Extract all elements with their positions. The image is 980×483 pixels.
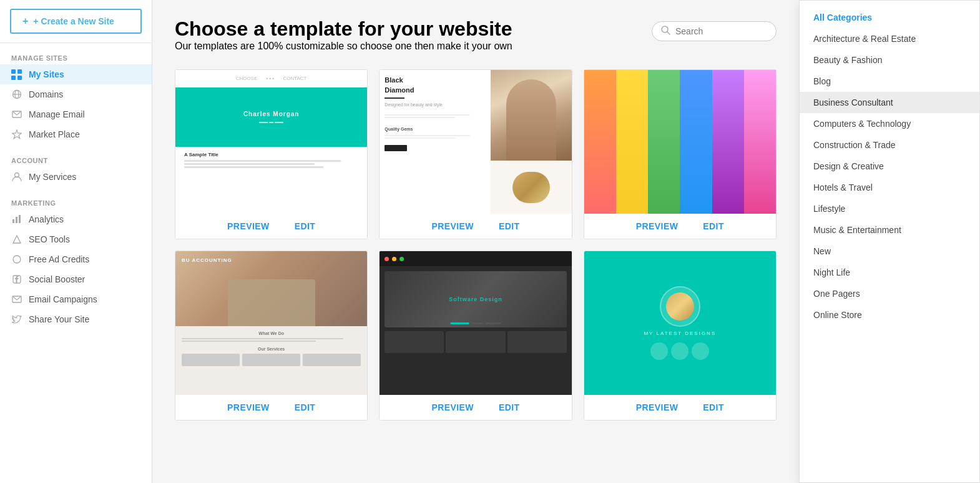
template-actions: PREVIEW EDIT <box>584 214 776 239</box>
search-box <box>652 21 777 41</box>
template-thumbnail: CHOOSE▪ ▪ ▪CONTACT Charles Morgan ▬▬ ▬ ▬… <box>175 70 367 214</box>
template-card-colorful: PREVIEW EDIT <box>584 69 777 239</box>
svg-marker-9 <box>13 236 21 243</box>
template-thumbnail <box>584 70 776 214</box>
category-item-new[interactable]: New <box>800 241 979 262</box>
triangle-icon <box>11 234 22 245</box>
search-area <box>652 21 777 41</box>
svg-point-10 <box>13 256 21 263</box>
header-text: Choose a template for your website Our t… <box>175 17 652 52</box>
sidebar-item-my-services[interactable]: My Services <box>0 167 152 187</box>
category-item-construction[interactable]: Construction & Trade <box>800 134 979 156</box>
template-thumbnail: My Latest Designs <box>584 251 776 395</box>
globe-icon <box>11 89 22 100</box>
page-title: Choose a template for your website <box>175 17 652 41</box>
search-input[interactable] <box>675 26 769 36</box>
header-row: Choose a template for your website Our t… <box>152 0 799 58</box>
main-content-wrapper: Choose a template for your website Our t… <box>152 0 980 483</box>
category-item-music[interactable]: Music & Entertainment <box>800 219 979 241</box>
template-actions: PREVIEW EDIT <box>175 214 367 239</box>
preview-button-1[interactable]: PREVIEW <box>227 221 270 231</box>
marketing-section-label: MARKETING <box>0 194 152 209</box>
category-item-architecture[interactable]: Architecture & Real Estate <box>800 28 979 49</box>
preview-button-3[interactable]: PREVIEW <box>636 221 679 231</box>
category-item-business[interactable]: Business Consultant <box>800 92 979 113</box>
svg-rect-8 <box>19 215 21 223</box>
envelope-icon <box>11 294 22 305</box>
category-item-blog[interactable]: Blog <box>800 71 979 92</box>
template-thumbnail: Software Design <box>380 251 571 395</box>
category-item-online-store[interactable]: Online Store <box>800 304 979 326</box>
svg-marker-4 <box>12 130 22 139</box>
template-grid: CHOOSE▪ ▪ ▪CONTACT Charles Morgan ▬▬ ▬ ▬… <box>152 58 799 443</box>
template-card-bu-accounting: BU ACCOUNTING What We Do Our Services <box>175 251 368 421</box>
sidebar-item-manage-email[interactable]: Manage Email <box>0 104 152 124</box>
star-icon <box>11 129 22 140</box>
template-actions: PREVIEW EDIT <box>380 395 571 420</box>
email-icon <box>11 109 22 120</box>
manage-sites-section-label: MANAGE SITES <box>0 49 152 64</box>
grid-icon <box>11 69 22 80</box>
create-new-site-button[interactable]: + + Create a New Site <box>10 9 142 34</box>
sidebar-item-share-your-site[interactable]: Share Your Site <box>0 309 152 329</box>
twitter-icon <box>11 314 22 325</box>
template-thumbnail: BU ACCOUNTING What We Do Our Services <box>175 251 367 395</box>
sidebar-item-domains[interactable]: Domains <box>0 84 152 104</box>
circle-outline-icon <box>11 254 22 265</box>
edit-button-5[interactable]: EDIT <box>499 402 520 412</box>
template-actions: PREVIEW EDIT <box>175 395 367 420</box>
edit-button-1[interactable]: EDIT <box>295 221 316 231</box>
category-item-lifestyle[interactable]: Lifestyle <box>800 198 979 219</box>
template-thumbnail: Black Diamond Designed for beauty and st… <box>380 70 571 214</box>
svg-rect-7 <box>16 217 17 223</box>
category-item-design[interactable]: Design & Creative <box>800 156 979 177</box>
account-section-label: ACCOUNT <box>0 152 152 167</box>
edit-button-3[interactable]: EDIT <box>703 221 724 231</box>
category-item-beauty[interactable]: Beauty & Fashion <box>800 49 979 71</box>
preview-button-2[interactable]: PREVIEW <box>431 221 474 231</box>
facebook-icon <box>11 274 22 285</box>
plus-icon: + <box>22 16 28 27</box>
preview-button-4[interactable]: PREVIEW <box>227 402 270 412</box>
sidebar-item-my-sites[interactable]: My Sites <box>0 64 152 84</box>
template-actions: PREVIEW EDIT <box>380 214 571 239</box>
edit-button-4[interactable]: EDIT <box>295 402 316 412</box>
category-item-hotels[interactable]: Hotels & Travel <box>800 177 979 198</box>
sidebar-item-market-place[interactable]: Market Place <box>0 124 152 144</box>
search-icon <box>661 26 670 37</box>
category-dropdown: All Categories Architecture & Real Estat… <box>799 0 980 483</box>
template-actions: PREVIEW EDIT <box>584 395 776 420</box>
edit-button-2[interactable]: EDIT <box>499 221 520 231</box>
sidebar-item-social-booster[interactable]: Social Booster <box>0 269 152 289</box>
page-subtitle: Our templates are 100% customizable so c… <box>175 41 652 52</box>
sidebar-item-email-campaigns[interactable]: Email Campaigns <box>0 289 152 309</box>
sidebar-item-free-ad-credits[interactable]: Free Ad Credits <box>0 249 152 269</box>
person-icon <box>11 171 22 182</box>
sidebar: + + Create a New Site MANAGE SITES My Si… <box>0 0 152 483</box>
sidebar-item-seo-tools[interactable]: SEO Tools <box>0 229 152 249</box>
bar-chart-icon <box>11 214 22 225</box>
category-item-one-pagers[interactable]: One Pagers <box>800 283 979 304</box>
preview-button-5[interactable]: PREVIEW <box>431 402 474 412</box>
sidebar-item-analytics[interactable]: Analytics <box>0 209 152 229</box>
preview-button-6[interactable]: PREVIEW <box>636 402 679 412</box>
template-card-teal-jewelry: My Latest Designs PREVIEW EDIT <box>584 251 777 421</box>
template-card-black-diamond: Black Diamond Designed for beauty and st… <box>379 69 572 239</box>
template-card-charles-morgan: CHOOSE▪ ▪ ▪CONTACT Charles Morgan ▬▬ ▬ ▬… <box>175 69 368 239</box>
svg-line-14 <box>667 32 670 34</box>
category-item-nightlife[interactable]: Night Life <box>800 262 979 283</box>
svg-rect-6 <box>12 219 14 223</box>
edit-button-6[interactable]: EDIT <box>703 402 724 412</box>
category-item-computers[interactable]: Computers & Technology <box>800 113 979 134</box>
category-item-all[interactable]: All Categories <box>800 7 979 28</box>
template-card-software-design: Software Design <box>379 251 572 421</box>
